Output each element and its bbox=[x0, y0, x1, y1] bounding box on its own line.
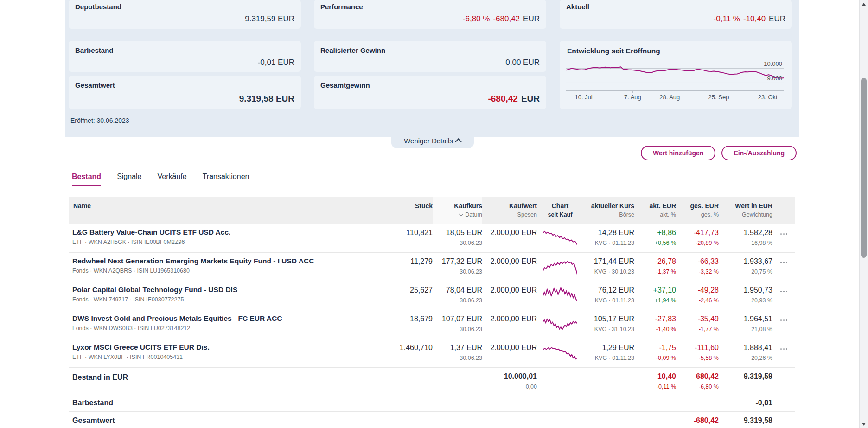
position-row: Polar Capital Global Technology Fund - U… bbox=[69, 281, 795, 310]
stueck-value: 25,627 bbox=[340, 286, 433, 294]
kurs-meta: KVG · 31.10.23 bbox=[583, 326, 634, 332]
position-name: Lyxor MSCI Greece UCITS ETF EUR Dis. bbox=[72, 343, 340, 351]
tab-transaktionen[interactable]: Transaktionen bbox=[203, 172, 249, 186]
cell-stueck: 18,679 bbox=[340, 310, 433, 339]
row-menu-button[interactable] bbox=[780, 291, 787, 292]
stueck-value: 11,279 bbox=[340, 257, 433, 266]
column-header-wert[interactable]: Wert in EURGewichtung bbox=[719, 197, 772, 224]
cell-akt-eur: -27,83-1,40 % bbox=[634, 310, 676, 339]
tab-verkaeufe[interactable]: Verkäufe bbox=[158, 172, 187, 186]
x-axis-tick bbox=[719, 90, 719, 93]
kaufwert-value: 2.000,00 EUR bbox=[482, 286, 537, 294]
column-header-ges[interactable]: ges. EURges. % bbox=[676, 197, 719, 224]
gesamt-wert: 9.319,58 bbox=[719, 416, 772, 425]
summary-card-realisierter-gewinn: Realisierter Gewinn0,00 EUR bbox=[314, 41, 546, 72]
scrollbar-thumb[interactable] bbox=[861, 78, 867, 258]
kauf-datum: 30.06.23 bbox=[433, 297, 482, 304]
column-header-chart[interactable]: Chartseit Kauf bbox=[537, 197, 583, 224]
total-label: Bestand in EUR bbox=[72, 373, 340, 382]
header-main-label: aktueller Kurs bbox=[591, 202, 634, 210]
cell-kaufkurs: 78,04 EUR30.06.23 bbox=[433, 281, 482, 310]
column-header-kurs[interactable]: aktueller KursBörse bbox=[583, 197, 634, 224]
kurs-value: 14,28 EUR bbox=[583, 229, 634, 237]
card-value-part: EUR bbox=[769, 14, 785, 24]
total-kaufwert: 10.000,01 bbox=[482, 372, 537, 381]
ges-pct-value: -2,46 % bbox=[676, 297, 719, 304]
cell-stueck: 110,821 bbox=[340, 224, 433, 252]
card-value-part: 0,00 EUR bbox=[505, 58, 540, 67]
scroll-up-button[interactable] bbox=[860, 0, 868, 8]
card-value: -0,11 %-10,40EUR bbox=[566, 14, 785, 24]
row-menu-button[interactable] bbox=[780, 319, 787, 321]
cell-aktueller-kurs: 105,17 EURKVG · 31.10.23 bbox=[583, 310, 634, 339]
cell-ges-eur: -66,33-3,32 % bbox=[676, 253, 719, 281]
cell-wert: 1.582,2816,98 % bbox=[719, 224, 772, 252]
header-sub-label: Börse bbox=[583, 211, 634, 218]
row-menu-button[interactable] bbox=[780, 233, 787, 235]
sparkline-chart bbox=[543, 286, 577, 304]
kurs-meta: KVG · 01.11.23 bbox=[583, 240, 634, 246]
akt-eur-value: +37,10 bbox=[634, 286, 676, 294]
cell-kaufkurs: 1,37 EUR30.06.23 bbox=[433, 339, 482, 367]
x-axis-label: 25. Sep bbox=[708, 94, 729, 101]
cell-aktueller-kurs: 14,28 EURKVG · 01.11.23 bbox=[583, 224, 634, 252]
row-menu-button[interactable] bbox=[780, 348, 787, 350]
sparkline-chart bbox=[543, 228, 577, 247]
kaufwert-value: 2.000,00 EUR bbox=[482, 257, 537, 266]
cell-stueck: 1.460,710 bbox=[340, 339, 433, 367]
gesamt-ges-eur: -680,42 bbox=[676, 416, 719, 425]
position-meta: Fonds · WKN 749717 · ISIN IE0030772275 bbox=[72, 296, 340, 303]
position-meta: Fonds · WKN A2QBRS · ISIN LU1965310680 bbox=[72, 268, 340, 274]
add-value-button[interactable]: Wert hinzufügen bbox=[641, 146, 715, 160]
total-label: Gesamtwert bbox=[72, 416, 340, 425]
card-value: -6,80 %-680,42EUR bbox=[320, 14, 540, 24]
card-value: 9.319,58 EUR bbox=[75, 94, 294, 104]
tab-bestand[interactable]: Bestand bbox=[72, 172, 101, 186]
card-label: Depotbestand bbox=[75, 3, 294, 11]
total-akt-eur: -10,40 bbox=[634, 372, 676, 381]
tab-signale[interactable]: Signale bbox=[117, 172, 141, 186]
kurs-meta: KVG · 30.10.23 bbox=[583, 268, 634, 275]
summary-card-gesamtwert: Gesamtwert9.319,58 EUR bbox=[69, 76, 301, 109]
kurs-meta: KVG · 01.11.23 bbox=[583, 297, 634, 304]
scroll-down-button[interactable] bbox=[860, 420, 868, 428]
header-sub-label: seit Kauf bbox=[537, 211, 583, 218]
holdings-table-header: NameStückKaufkursDatumKaufwertSpesenChar… bbox=[69, 197, 795, 224]
cell-menu bbox=[772, 310, 795, 339]
kurs-value: 171,44 EUR bbox=[583, 257, 634, 266]
kaufwert-value: 2.000,00 EUR bbox=[482, 315, 537, 323]
less-details-button[interactable]: Weniger Details bbox=[391, 133, 474, 148]
header-sub-label: Spesen bbox=[482, 211, 537, 218]
column-header-akt[interactable]: akt. EURakt. % bbox=[634, 197, 676, 224]
cell-aktueller-kurs: 76,12 EURKVG · 01.11.23 bbox=[583, 281, 634, 310]
ges-eur-value: -66,33 bbox=[676, 257, 719, 266]
deposit-withdrawal-button[interactable]: Ein-/Auszahlung bbox=[721, 146, 797, 160]
cell-chart bbox=[537, 224, 583, 252]
vertical-scrollbar[interactable] bbox=[859, 0, 868, 428]
akt-eur-value: -27,83 bbox=[634, 315, 676, 323]
x-axis-tick bbox=[768, 90, 768, 93]
gewichtung-value: 20,26 % bbox=[719, 355, 772, 361]
column-header-name[interactable]: Name bbox=[69, 197, 340, 224]
row-menu-button[interactable] bbox=[780, 262, 787, 263]
cell-kaufwert: 2.000,00 EUR bbox=[482, 281, 537, 310]
cell-menu bbox=[772, 253, 795, 281]
cell-wert: 1.964,5121,08 % bbox=[719, 310, 772, 339]
ges-eur-value: -417,73 bbox=[676, 229, 719, 237]
header-main-label: akt. EUR bbox=[649, 202, 676, 210]
akt-pct-value: +1,94 % bbox=[634, 297, 676, 304]
total-wert: 9.319,59 bbox=[719, 372, 772, 381]
sparkline-chart bbox=[543, 314, 577, 333]
header-main-label: Name bbox=[73, 202, 91, 210]
column-header-kaufkurs[interactable]: KaufkursDatum bbox=[433, 197, 482, 224]
column-header-stueck[interactable]: Stück bbox=[340, 197, 433, 224]
card-value: 9.319,59 EUR bbox=[75, 14, 294, 24]
total-ges-pct: -6,80 % bbox=[676, 383, 719, 390]
chart-title: Entwicklung seit Eröffnung bbox=[560, 41, 792, 55]
cell-menu bbox=[772, 281, 795, 310]
x-axis-label: 7. Aug bbox=[624, 94, 641, 101]
column-header-kaufwert[interactable]: KaufwertSpesen bbox=[482, 197, 537, 224]
ges-eur-value: -111,60 bbox=[676, 344, 719, 352]
cell-akt-eur: +8,86+0,56 % bbox=[634, 224, 676, 252]
tabs: BestandSignaleVerkäufeTransaktionen bbox=[72, 172, 249, 186]
